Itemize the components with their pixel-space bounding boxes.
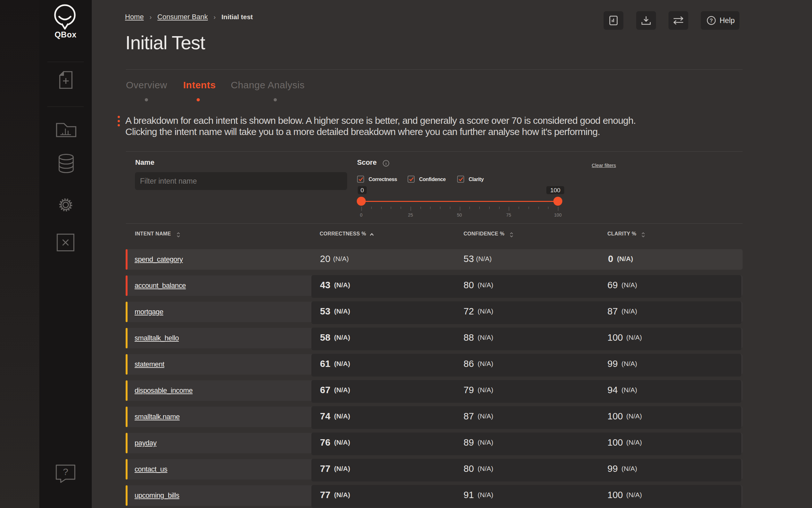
svg-text:?: ? xyxy=(710,18,713,24)
